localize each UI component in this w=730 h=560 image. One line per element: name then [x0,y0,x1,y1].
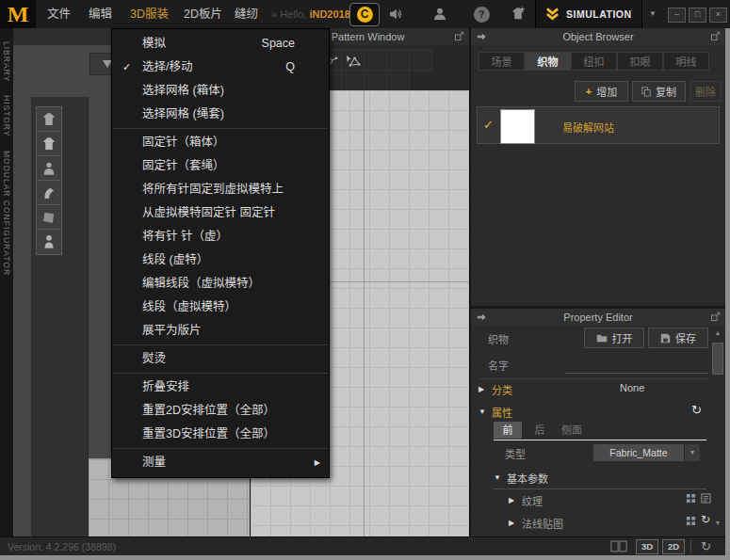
side-tab-side[interactable]: 侧面 [558,422,586,439]
menu-item-select-mesh-box[interactable]: 选择网格 (箱体) [112,79,329,103]
menu-item-reset-2d-arrangement[interactable]: 重置2D安排位置（全部） [112,399,329,423]
category-expander-icon[interactable]: ▶ [479,385,484,393]
tab-button[interactable]: 纽扣 [571,52,617,71]
property-label[interactable]: 属性 [492,405,512,420]
menu-file[interactable]: 文件 [41,0,76,28]
polygon-tool-button[interactable] [341,49,365,72]
menu-item-flatten-to-pattern[interactable]: 展平为版片 [112,319,329,343]
menu-item-iron[interactable]: 熨烫 [112,347,329,371]
save-button[interactable]: 保存 [648,328,708,348]
avatar-icon[interactable] [429,5,451,24]
sidebar-tab-modular-configurator[interactable]: MODULAR CONFIGURATOR [2,151,11,276]
fabric-swatch [500,109,535,144]
menu-item-fold-arrangement[interactable]: 折叠安排 [112,376,329,399]
left-dock-strip: LIBRARY HISTORY MODULAR CONFIGURATOR [0,28,13,536]
divider [494,488,706,489]
menu-edit[interactable]: 编辑 [83,0,118,28]
menu-item-pins-segment[interactable]: 将有针 针（虚） [112,225,329,248]
simulation-dropdown-arrow[interactable]: ▼ [643,0,662,28]
tab-scene[interactable]: 场景 [479,52,525,71]
sidebar-tab-library[interactable]: LIBRARY [2,41,11,82]
add-garment-icon[interactable] [507,5,529,24]
view-2d-button[interactable]: 2D [662,539,685,554]
dock-arrow-icon[interactable] [476,312,487,323]
view-3d-button[interactable]: 3D [636,539,658,554]
bust-icon [41,233,57,250]
normal-map-grid-icon[interactable] [686,516,696,526]
menu-item-edit-segment-avatar[interactable]: 编辑线段（虚拟模特） [112,272,329,296]
texture-browse-icon[interactable] [701,493,711,504]
tab-fabric[interactable]: 织物 [525,52,571,71]
simulation-toggle[interactable]: SIMULATION [535,0,642,28]
normal-map-expander-icon[interactable]: ▶ [509,519,514,527]
scrollbar-up-button[interactable]: ▲ [712,329,723,336]
close-button[interactable]: × [709,8,727,23]
menu-item-select-move[interactable]: ✓选择/移动Q [112,56,329,79]
type-label: 类型 [505,446,526,461]
popout-icon[interactable] [710,312,721,322]
tab-buttonhole[interactable]: 扣眼 [617,52,663,71]
scrollbar-thumb[interactable] [712,343,723,375]
menu-sewing[interactable]: 缝纫 [229,0,264,28]
fabric-list-item[interactable]: ✓ 易破解网站 [477,106,720,144]
help-icon[interactable]: ? [470,5,493,24]
type-dropdown[interactable]: Fabric_Matte [593,444,684,461]
clo-badge-icon[interactable]: C [349,3,380,26]
shortcut-label: Q [285,56,295,79]
copy-button[interactable]: 复制 [632,81,686,102]
basic-params-label[interactable]: 基本参数 [507,471,548,486]
tab-topstitch[interactable]: 明线 [663,52,709,71]
scrollbar-down-button[interactable]: ▼ [712,520,723,526]
property-editor-titlebar: Property Editor [471,309,725,326]
maximize-button[interactable]: □ [689,8,706,23]
popout-icon[interactable] [454,31,464,41]
category-label[interactable]: 分类 [492,382,512,397]
property-expander-icon[interactable]: ▼ [479,408,486,416]
status-refresh-button[interactable]: ↻ [701,537,711,556]
name-input[interactable] [565,356,708,374]
library-item-avatar-2[interactable] [36,229,62,255]
texture-grid-icon[interactable] [686,493,696,504]
side-tab-back[interactable]: 后 [526,422,554,439]
divider [690,540,691,552]
refresh-icon[interactable]: ↻ [691,403,702,417]
menu-separator [113,344,328,345]
basic-params-expander-icon[interactable]: ▼ [494,473,501,482]
side-tab-front[interactable]: 前 [494,422,522,439]
folder-icon [596,333,608,343]
texture-expander-icon[interactable]: ▶ [509,496,514,504]
library-item-garment-1[interactable] [36,106,62,133]
speaker-icon[interactable] [384,5,407,24]
normal-map-refresh-icon[interactable]: ↻ [701,513,710,526]
library-item-fabric[interactable] [36,204,62,231]
menu-item-select-mesh-lasso[interactable]: 选择网格 (绳套) [112,103,329,126]
dock-arrow-icon[interactable] [476,31,487,42]
menu-item-pin-box[interactable]: 固定针（箱体） [112,131,329,154]
menu-item-simulate[interactable]: 模拟Space [112,32,329,56]
menu-2d-pattern[interactable]: 2D板片 [178,0,228,28]
menu-3d-garment[interactable]: 3D服装 [124,0,174,28]
texture-label[interactable]: 纹理 [522,493,543,508]
type-dropdown-arrow[interactable]: ▼ [685,444,700,461]
split-view-button[interactable] [610,540,627,552]
minimize-button[interactable]: – [668,8,686,23]
version-text: Version: 4.2.296 (38898) [8,537,116,556]
menu-item-reset-3d-arrangement[interactable]: 重置3D安排位置（全部） [112,423,329,446]
add-button[interactable]: + 增加 [575,81,628,102]
normal-map-label[interactable]: 法线贴图 [522,516,563,531]
menu-item-segment-avatar-2[interactable]: 线段（虚拟模特） [112,296,329,319]
menu-item-pin-lasso[interactable]: 固定针（套绳） [112,154,329,178]
library-item-arm[interactable] [36,180,62,206]
delete-button[interactable]: 删除 [689,81,722,102]
menu-item-measure[interactable]: 测量▶ [112,451,329,474]
menu-item-attach-all-pins[interactable]: 将所有针固定到虚拟模特上 [112,178,329,201]
open-button[interactable]: 打开 [584,328,644,348]
popout-icon[interactable] [710,31,721,41]
sidebar-tab-history[interactable]: HISTORY [2,95,11,136]
menu-item-detach-pins[interactable]: 从虚拟模特固定针 固定针 [112,201,329,225]
username-text: iND2018 [309,8,349,20]
menu-item-segment-avatar[interactable]: 线段 (虚特） [112,248,329,272]
library-item-avatar-1[interactable] [36,155,62,182]
library-item-garment-2[interactable] [36,131,62,157]
check-icon[interactable]: ✓ [483,118,494,132]
